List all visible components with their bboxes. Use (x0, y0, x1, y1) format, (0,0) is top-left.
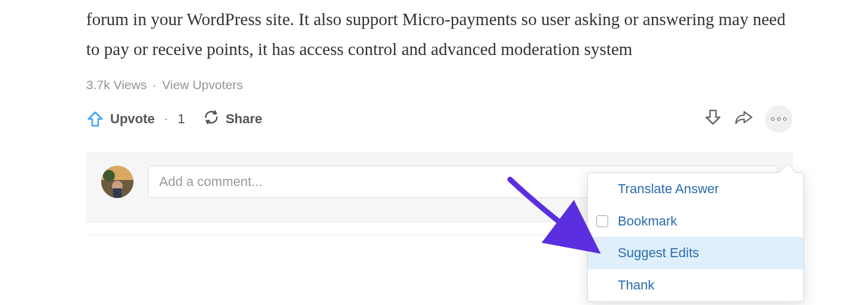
menu-item-label: Thank (618, 277, 654, 292)
menu-item-suggest-edits[interactable]: Suggest Edits (588, 237, 803, 269)
views-count: 3.7k Views (86, 78, 147, 92)
share-button[interactable]: Share (203, 109, 262, 129)
upvote-count: 1 (178, 111, 185, 127)
upvote-button[interactable]: Upvote · 1 (86, 110, 185, 128)
more-options-menu: Translate Answer Bookmark Suggest Edits … (587, 172, 804, 302)
checkbox-icon[interactable] (596, 215, 608, 227)
share-arrow-button[interactable] (734, 108, 753, 130)
view-upvoters-link[interactable]: View Upvoters (162, 78, 243, 92)
downvote-button[interactable] (704, 108, 722, 130)
upvote-label: Upvote (110, 111, 155, 127)
menu-item-label: Suggest Edits (618, 245, 699, 260)
svg-point-2 (103, 170, 115, 182)
menu-item-thank[interactable]: Thank (588, 269, 803, 301)
answer-meta-row: 3.7k Views · View Upvoters (86, 78, 793, 92)
action-bar: Upvote · 1 Share (86, 105, 793, 133)
menu-item-label: Translate Answer (618, 181, 719, 196)
menu-item-translate-answer[interactable]: Translate Answer (588, 173, 803, 205)
menu-item-label: Bookmark (618, 214, 677, 228)
upvote-separator: · (165, 111, 168, 127)
menu-item-bookmark[interactable]: Bookmark (588, 205, 803, 237)
svg-rect-4 (113, 188, 122, 198)
meta-separator: · (153, 78, 156, 92)
share-label: Share (226, 111, 262, 127)
avatar[interactable] (101, 166, 133, 198)
recycle-icon (203, 109, 220, 129)
share-arrow-icon (734, 108, 753, 130)
more-options-button[interactable] (765, 105, 793, 133)
ellipsis-icon (771, 117, 787, 121)
upvote-icon (86, 110, 104, 128)
downvote-icon (704, 108, 722, 130)
answer-body-text: forum in your WordPress site. It also su… (86, 5, 793, 65)
